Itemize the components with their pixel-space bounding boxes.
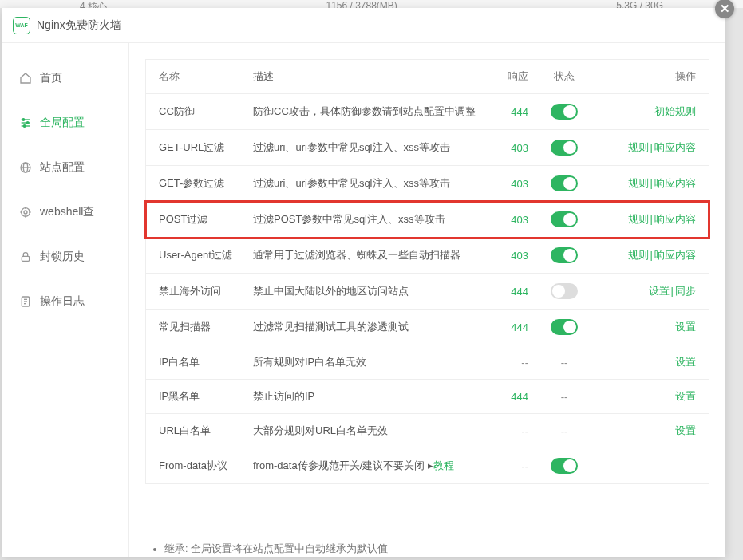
cell-desc: 大部分规则对URL白名单无效 — [253, 424, 480, 438]
sidebar: 首页全局配置站点配置webshell查封锁历史操作日志 — [2, 43, 129, 557]
action-link[interactable]: 设置 — [649, 285, 670, 297]
target-icon — [19, 206, 32, 219]
sidebar-item-label: 操作日志 — [40, 294, 85, 309]
cell-response: 444 — [480, 286, 528, 298]
table-row: 常见扫描器过滤常见扫描测试工具的渗透测试444设置 — [146, 310, 709, 345]
action-link[interactable]: 响应内容 — [654, 141, 696, 153]
note-inherit: 继承: 全局设置将在站点配置中自动继承为默认值 — [164, 540, 702, 557]
status-toggle[interactable] — [551, 283, 578, 299]
cell-desc: 禁止访问的IP — [253, 389, 480, 404]
cell-response: 403 — [480, 142, 528, 154]
action-link[interactable]: 设置 — [675, 390, 696, 402]
cell-status — [528, 458, 600, 474]
desc-link[interactable]: 教程 — [433, 459, 454, 471]
cell-name: User-Agent过滤 — [159, 248, 253, 262]
cell-response: 403 — [480, 250, 528, 262]
cell-action: 规则|响应内容 — [600, 176, 696, 191]
footer-notes: 继承: 全局设置将在站点配置中自动继承为默认值 优先级: UA白名单 > UA黑… — [145, 540, 709, 557]
cell-desc: 防御CC攻击，具体防御参数请到站点配置中调整 — [253, 105, 480, 119]
header-desc: 描述 — [253, 69, 480, 84]
sidebar-item-label: 首页 — [40, 71, 62, 85]
globe-icon — [19, 161, 32, 174]
cell-status — [528, 175, 600, 191]
cell-action: 设置 — [600, 424, 696, 438]
action-link[interactable]: 同步 — [675, 285, 696, 297]
close-button[interactable]: ✕ — [715, 0, 734, 18]
sliders-icon — [19, 116, 32, 129]
cell-name: IP白名单 — [159, 355, 253, 369]
sidebar-item-0[interactable]: 首页 — [2, 56, 128, 101]
status-toggle[interactable] — [551, 247, 578, 263]
action-link[interactable]: 响应内容 — [654, 249, 696, 261]
cell-status: -- — [528, 425, 600, 437]
status-toggle[interactable] — [551, 175, 578, 191]
modal-dialog: ✕ WAF Nginx免费防火墙 首页全局配置站点配置webshell查封锁历史… — [2, 8, 725, 557]
close-icon: ✕ — [720, 2, 730, 16]
sidebar-item-4[interactable]: 封锁历史 — [2, 235, 128, 279]
action-link[interactable]: 规则 — [628, 249, 649, 261]
cell-response: 444 — [480, 321, 528, 333]
header-action: 操作 — [600, 69, 696, 84]
action-link[interactable]: 规则 — [628, 177, 649, 189]
cell-name: POST过滤 — [159, 212, 253, 227]
cell-desc: 通常用于过滤浏览器、蜘蛛及一些自动扫描器 — [253, 248, 480, 262]
cell-action: 规则|响应内容 — [600, 248, 696, 262]
status-toggle[interactable] — [551, 104, 578, 120]
table-row: CC防御防御CC攻击，具体防御参数请到站点配置中调整444初始规则 — [146, 94, 709, 130]
status-toggle[interactable] — [551, 458, 578, 474]
action-link[interactable]: 设置 — [675, 424, 696, 436]
cell-response: -- — [480, 357, 528, 369]
sidebar-item-label: 封锁历史 — [40, 250, 85, 264]
background-stats: 4 核心 1156 / 3788(MB) 5.3G / 30G — [0, 0, 743, 8]
cell-desc: 所有规则对IP白名单无效 — [253, 355, 480, 369]
table-row: GET-URL过滤过滤uri、uri参数中常见sql注入、xss等攻击403规则… — [146, 130, 709, 166]
cell-name: CC防御 — [159, 105, 253, 119]
cell-status — [528, 247, 600, 263]
sidebar-item-2[interactable]: 站点配置 — [2, 145, 128, 190]
action-link[interactable]: 规则 — [628, 213, 649, 225]
action-link[interactable]: 响应内容 — [654, 213, 696, 225]
cell-action: 设置 — [600, 320, 696, 334]
action-link[interactable]: 响应内容 — [654, 177, 696, 189]
svg-point-5 — [23, 125, 26, 128]
cell-response: -- — [480, 425, 528, 437]
sidebar-item-5[interactable]: 操作日志 — [2, 279, 128, 324]
table-row: IP白名单所有规则对IP白名单无效----设置 — [146, 345, 709, 380]
action-link[interactable]: 设置 — [675, 356, 696, 368]
cell-action: 初始规则 — [600, 105, 696, 119]
sidebar-item-3[interactable]: webshell查 — [2, 190, 128, 235]
cell-status — [528, 283, 600, 299]
waf-logo-icon: WAF — [13, 17, 30, 34]
cell-status: -- — [528, 391, 600, 403]
cell-name: GET-参数过滤 — [159, 176, 253, 191]
cell-action: 设置 — [600, 389, 696, 404]
action-link[interactable]: 设置 — [675, 321, 696, 333]
status-toggle[interactable] — [551, 211, 578, 227]
cell-status — [528, 140, 600, 156]
cell-response: 444 — [480, 391, 528, 403]
cell-action: 设置 — [600, 355, 696, 369]
cell-action: 规则|响应内容 — [600, 212, 696, 227]
cell-desc: 过滤uri、uri参数中常见sql注入、xss等攻击 — [253, 176, 480, 191]
cell-name: GET-URL过滤 — [159, 140, 253, 155]
rules-table: 名称 描述 响应 状态 操作 CC防御防御CC攻击，具体防御参数请到站点配置中调… — [145, 59, 709, 484]
header-name: 名称 — [159, 69, 253, 84]
sidebar-item-1[interactable]: 全局配置 — [2, 101, 128, 145]
cell-response: 444 — [480, 106, 528, 118]
table-row: URL白名单大部分规则对URL白名单无效----设置 — [146, 414, 709, 448]
status-toggle[interactable] — [551, 319, 578, 335]
table-row: 禁止海外访问禁止中国大陆以外的地区访问站点444设置|同步 — [146, 274, 709, 310]
home-icon — [19, 72, 32, 85]
lock-icon — [19, 250, 32, 263]
sidebar-item-label: 全局配置 — [40, 116, 85, 130]
table-header-row: 名称 描述 响应 状态 操作 — [146, 60, 709, 94]
svg-point-10 — [24, 211, 27, 214]
svg-point-3 — [22, 119, 25, 121]
cell-name: 常见扫描器 — [159, 320, 253, 334]
cell-response: 403 — [480, 178, 528, 190]
cell-response: 403 — [480, 214, 528, 226]
cell-desc: 过滤uri、uri参数中常见sql注入、xss等攻击 — [253, 140, 480, 155]
action-link[interactable]: 初始规则 — [654, 105, 696, 117]
status-toggle[interactable] — [551, 140, 578, 156]
action-link[interactable]: 规则 — [628, 141, 649, 153]
